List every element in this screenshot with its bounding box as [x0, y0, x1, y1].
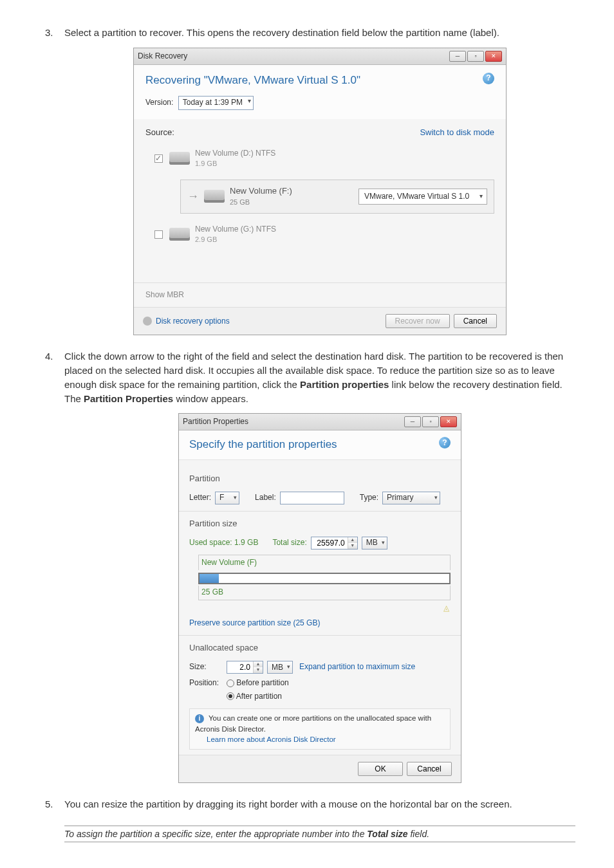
- partition-section: Partition: [189, 473, 451, 485]
- disk-recovery-window: Disk Recovery ─ ▫ ✕ Recovering "VMware, …: [133, 48, 507, 336]
- letter-label: Letter:: [189, 492, 211, 503]
- dialog-heading: Specify the partition properties: [189, 437, 337, 453]
- volume-size: 2.9 GB: [195, 235, 276, 245]
- step-5: You can resize the partition by dragging…: [39, 797, 575, 811]
- selected-volume-row: → New Volume (F:) 25 GB VMware, VMware V…: [180, 180, 494, 214]
- partition-properties-term: Partition properties: [300, 379, 389, 390]
- volume-checkbox[interactable]: [154, 154, 163, 163]
- position-label: Position:: [189, 678, 223, 688]
- ok-button[interactable]: OK: [358, 762, 403, 776]
- label-label: Label:: [255, 492, 276, 503]
- source-label: Source:: [145, 127, 174, 139]
- unalloc-size-spinner[interactable]: ▲▼: [227, 661, 263, 674]
- before-partition-label: Before partition: [236, 678, 288, 687]
- title-bar[interactable]: Disk Recovery ─ ▫ ✕: [134, 48, 506, 65]
- spin-up-icon[interactable]: ▲: [254, 661, 263, 667]
- spin-down-icon[interactable]: ▼: [348, 543, 357, 549]
- slider-handle-icon[interactable]: ◬: [189, 603, 451, 614]
- show-mbr-link[interactable]: Show MBR: [134, 282, 506, 307]
- label-input[interactable]: [280, 492, 344, 504]
- selected-volume-size: 25 GB: [230, 198, 292, 208]
- window-title: Partition Properties: [183, 416, 404, 427]
- letter-dropdown[interactable]: F: [215, 492, 239, 504]
- destination-dropdown[interactable]: VMware, VMware Virtual S 1.0: [358, 189, 487, 205]
- note-strong: Total size: [367, 829, 407, 839]
- minimize-icon[interactable]: ─: [449, 51, 466, 62]
- type-label: Type:: [360, 492, 378, 503]
- used-space-bar: [200, 574, 219, 583]
- page-footer: 59 Copyright © Acronis International Gmb…: [0, 855, 614, 868]
- unalloc-unit-dropdown[interactable]: MB: [267, 661, 293, 674]
- volume-row-g[interactable]: New Volume (G:) NTFS 2.9 GB: [154, 224, 494, 245]
- window-title: Disk Recovery: [138, 51, 449, 62]
- disk-recovery-options-link[interactable]: Disk recovery options: [156, 316, 230, 327]
- spin-down-icon[interactable]: ▼: [254, 667, 263, 673]
- selected-volume-name: New Volume (F:): [230, 185, 292, 198]
- close-icon[interactable]: ✕: [440, 416, 457, 427]
- total-size-unit-dropdown[interactable]: MB: [362, 537, 387, 549]
- info-icon: i: [195, 714, 204, 723]
- cancel-button[interactable]: Cancel: [454, 314, 497, 328]
- spin-up-icon[interactable]: ▲: [348, 537, 357, 543]
- expand-partition-link[interactable]: Expand partition to maximum size: [299, 661, 415, 672]
- version-dropdown[interactable]: Today at 1:39 PM: [178, 96, 254, 109]
- volume-row-d[interactable]: New Volume (D:) NTFS 1.9 GB: [154, 148, 494, 169]
- note-a: To assign the partition a specific size,…: [64, 829, 367, 839]
- total-size-spinner[interactable]: ▲▼: [311, 537, 358, 549]
- note-b: field.: [408, 829, 429, 839]
- step-3-text: Select a partition to recover. This open…: [64, 27, 499, 38]
- total-size-label: Total size:: [272, 537, 306, 548]
- cancel-button[interactable]: Cancel: [407, 762, 452, 776]
- help-icon[interactable]: ?: [483, 73, 494, 84]
- help-icon[interactable]: ?: [439, 437, 451, 448]
- learn-more-link[interactable]: Learn more about Acronis Disk Director: [207, 734, 445, 745]
- unallocated-section: Unallocated space: [189, 642, 451, 654]
- step-4-text-c: window appears.: [173, 393, 248, 404]
- disk-icon: [169, 152, 190, 165]
- version-label: Version:: [145, 98, 173, 107]
- close-icon[interactable]: ✕: [485, 51, 502, 62]
- step-3: Select a partition to recover. This open…: [39, 26, 575, 335]
- after-partition-radio[interactable]: [227, 692, 234, 700]
- volume-name: New Volume (D:) NTFS: [195, 148, 275, 159]
- switch-mode-link[interactable]: Switch to disk mode: [420, 127, 494, 139]
- wrench-icon: [143, 317, 152, 326]
- volume-size: 1.9 GB: [195, 159, 275, 169]
- arrow-icon: →: [187, 188, 199, 205]
- after-partition-label: After partition: [236, 692, 282, 701]
- recover-now-button[interactable]: Recover now: [386, 314, 450, 328]
- partition-size-section: Partition size: [189, 518, 451, 530]
- diagram-label: New Volume (F): [198, 555, 451, 570]
- unalloc-size-input[interactable]: [227, 661, 253, 673]
- total-size-input[interactable]: [312, 537, 348, 549]
- partition-diagram[interactable]: [198, 573, 451, 584]
- info-text: You can create one or more partitions on…: [195, 714, 431, 733]
- preserve-size-link[interactable]: Preserve source partition size (25 GB): [189, 618, 451, 629]
- minimize-icon[interactable]: ─: [404, 416, 421, 427]
- partition-properties-window: Partition Properties ─ ▫ ✕ Specify the p…: [178, 413, 461, 783]
- step-4: Click the down arrow to the right of the…: [39, 349, 575, 783]
- diagram-size: 25 GB: [198, 586, 451, 600]
- maximize-icon[interactable]: ▫: [422, 416, 439, 427]
- volume-name: New Volume (G:) NTFS: [195, 224, 276, 235]
- maximize-icon[interactable]: ▫: [467, 51, 484, 62]
- volume-checkbox[interactable]: [154, 230, 163, 239]
- partition-properties-window-term: Partition Properties: [84, 393, 173, 404]
- type-dropdown[interactable]: Primary: [382, 492, 440, 504]
- size-label: Size:: [189, 661, 223, 672]
- dialog-heading: Recovering "VMware, VMware Virtual S 1.0…: [145, 73, 360, 89]
- disk-icon: [204, 190, 225, 203]
- used-space-label: Used space: 1.9 GB: [189, 537, 258, 548]
- note-box: To assign the partition a specific size,…: [64, 826, 575, 842]
- before-partition-radio[interactable]: [227, 679, 234, 687]
- step-5-text: You can resize the partition by dragging…: [64, 799, 512, 809]
- title-bar[interactable]: Partition Properties ─ ▫ ✕: [179, 414, 461, 430]
- disk-icon: [169, 228, 190, 241]
